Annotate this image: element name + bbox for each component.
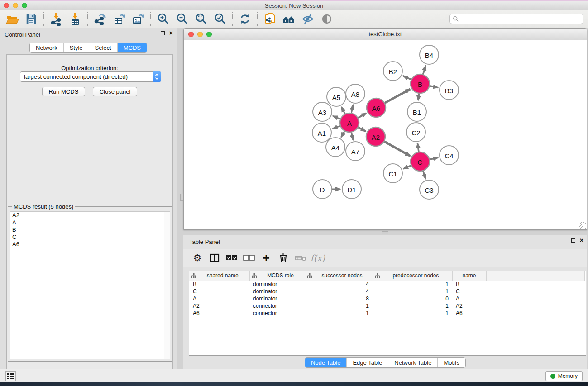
table-row[interactable]: Bdominator41B: [189, 281, 584, 288]
close-panel-button[interactable]: Close panel: [93, 87, 138, 96]
tab-edge-table[interactable]: Edge Table: [346, 358, 388, 367]
tab-style[interactable]: Style: [63, 43, 89, 52]
graph-edge-B-B4[interactable]: [423, 66, 425, 75]
table-cell[interactable]: dominator: [249, 288, 305, 295]
graph-edge-B-B1[interactable]: [418, 93, 419, 100]
graph-edge-A-A5[interactable]: [341, 107, 345, 114]
mcds-result-item[interactable]: C: [10, 234, 170, 241]
delete-table-button[interactable]: [293, 251, 308, 265]
mcds-result-item[interactable]: A2: [10, 212, 170, 219]
mcds-result-item[interactable]: A: [10, 219, 170, 226]
table-cell[interactable]: dominator: [249, 295, 305, 302]
mcds-result-item[interactable]: A6: [10, 241, 170, 248]
float-panel-icon[interactable]: [571, 238, 575, 243]
table-cell[interactable]: connector: [249, 302, 305, 310]
refresh-button[interactable]: [235, 11, 254, 27]
select-all-columns-button[interactable]: [224, 251, 239, 265]
table-cell[interactable]: A2: [452, 302, 486, 310]
open-session-button[interactable]: [3, 11, 22, 27]
search-input[interactable]: [461, 16, 580, 22]
graph-edge-C-C4[interactable]: [430, 157, 438, 159]
column-header-predecessor-nodes[interactable]: predecessor nodes: [373, 271, 452, 281]
tab-select[interactable]: Select: [89, 43, 117, 52]
table-cell[interactable]: 1: [305, 302, 373, 310]
table-cell[interactable]: 1: [305, 310, 373, 317]
graph-edge-A-A1[interactable]: [333, 126, 341, 129]
graph-edge-A-A3[interactable]: [333, 116, 340, 119]
zoom-in-button[interactable]: [153, 11, 172, 27]
graph-edge-A-A6[interactable]: [358, 113, 366, 118]
table-row[interactable]: A2connector11A2: [189, 302, 584, 310]
column-header-shared-name[interactable]: shared name: [189, 271, 249, 281]
graph-edge-A2-C[interactable]: [384, 141, 410, 156]
table-cell[interactable]: B: [452, 281, 486, 288]
tab-node-table[interactable]: Node Table: [305, 358, 347, 367]
network-canvas[interactable]: A5A8A3A1A4A7AA6A2B2B4BB3B1C2CC4C1C3DD1: [184, 40, 587, 229]
close-panel-icon[interactable]: ×: [580, 238, 583, 243]
table-row[interactable]: Cdominator41C: [189, 288, 584, 295]
table-cell[interactable]: A2: [189, 302, 249, 310]
scrollbar-track[interactable]: [164, 212, 170, 359]
table-cell[interactable]: A: [189, 295, 249, 302]
table-cell[interactable]: B: [189, 281, 249, 288]
table-cell[interactable]: 1: [373, 310, 452, 317]
table-cell[interactable]: 8: [305, 295, 373, 302]
graph-edge-C-C3[interactable]: [423, 171, 425, 179]
graph-edge-A-A4[interactable]: [341, 131, 344, 137]
table-cell[interactable]: A6: [452, 310, 486, 317]
graph-edge-A-A8[interactable]: [351, 105, 353, 113]
tab-network[interactable]: Network: [30, 43, 63, 52]
zoom-out-button[interactable]: [172, 11, 191, 27]
table-cell[interactable]: 1: [373, 302, 452, 310]
float-panel-icon[interactable]: [161, 31, 165, 35]
add-column-button[interactable]: +: [258, 251, 274, 265]
export-network-button[interactable]: [91, 11, 110, 27]
tab-network-table[interactable]: Network Table: [388, 358, 437, 367]
mcds-result-item[interactable]: B: [10, 226, 170, 234]
table-settings-button[interactable]: ⚙: [190, 251, 205, 265]
tab-motifs[interactable]: Motifs: [437, 358, 465, 367]
graph-edge-A-A7[interactable]: [351, 132, 353, 140]
delete-column-button[interactable]: [276, 251, 291, 265]
split-columns-button[interactable]: [207, 251, 222, 265]
table-cell[interactable]: 4: [305, 288, 373, 295]
export-image-button[interactable]: [129, 11, 148, 27]
neighborhood-button[interactable]: [279, 11, 298, 27]
export-table-button[interactable]: [110, 11, 129, 27]
table-cell[interactable]: dominator: [249, 281, 305, 288]
memory-button[interactable]: Memory: [545, 371, 583, 381]
deselect-all-columns-button[interactable]: [241, 251, 257, 265]
table-cell[interactable]: A: [452, 295, 486, 302]
table-cell[interactable]: 1: [373, 281, 452, 288]
table-cell[interactable]: C: [452, 288, 486, 295]
import-table-button[interactable]: [66, 11, 85, 27]
zoom-fit-button[interactable]: [191, 11, 210, 27]
graph-edge-C-C1[interactable]: [403, 165, 411, 169]
import-network-button[interactable]: [47, 11, 66, 27]
graph-edge-A-A2[interactable]: [358, 127, 366, 131]
table-row[interactable]: Adominator80A: [189, 295, 584, 302]
save-session-button[interactable]: [22, 11, 41, 27]
new-network-from-selection-button[interactable]: [260, 11, 279, 27]
split-handle-vertical[interactable]: [180, 194, 183, 201]
split-handle-horizontal[interactable]: [382, 231, 388, 234]
table-row[interactable]: A6connector11A6: [189, 310, 584, 317]
task-history-button[interactable]: [5, 371, 16, 381]
column-header-name[interactable]: name: [452, 271, 486, 281]
table-cell[interactable]: connector: [249, 310, 305, 317]
zoom-selected-button[interactable]: [210, 11, 229, 27]
resize-grip[interactable]: [579, 222, 586, 229]
hide-graphics-details-button[interactable]: [298, 11, 317, 27]
run-mcds-button[interactable]: Run MCDS: [42, 87, 86, 96]
graph-edge-C-C2[interactable]: [417, 143, 419, 152]
table-cell[interactable]: C: [189, 288, 249, 295]
criterion-dropdown[interactable]: largest connected component (directed): [20, 71, 161, 82]
graph-edge-A6-B[interactable]: [384, 89, 410, 103]
close-panel-icon[interactable]: ×: [169, 31, 173, 35]
graph-edge-B-B2[interactable]: [403, 76, 411, 80]
table-cell[interactable]: 1: [373, 288, 452, 295]
column-header-successor-nodes[interactable]: successor nodes: [305, 271, 373, 281]
function-builder-button[interactable]: f(x): [310, 251, 325, 265]
table-cell[interactable]: A6: [189, 310, 249, 317]
show-graphics-details-button[interactable]: [317, 11, 336, 27]
